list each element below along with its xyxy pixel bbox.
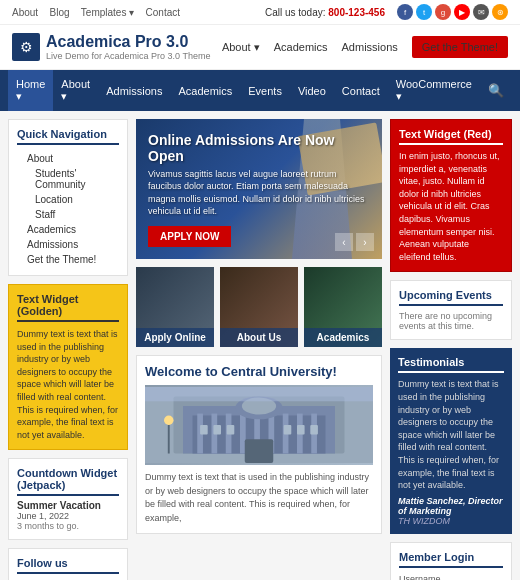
site-tagline: Live Demo for Academica Pro 3.0 Theme	[46, 51, 210, 61]
countdown-widget: Countdown Widget (Jetpack) Summer Vacati…	[8, 458, 128, 540]
testimonials-author-name: Mattie Sanchez, Director of Marketing	[398, 496, 503, 516]
red-widget-title: Text Widget (Red)	[399, 128, 503, 145]
apply-now-button[interactable]: APPLY NOW	[148, 226, 231, 247]
hero-title: Online Admissions Are Now Open	[148, 132, 370, 164]
nav-item-admissions[interactable]: Admissions	[17, 237, 119, 252]
follow-widget: Follow us Follow us on social media and …	[8, 548, 128, 580]
facebook-icon[interactable]: f	[397, 4, 413, 20]
grid-item-apply-label: Apply Online	[136, 328, 214, 347]
header-academics[interactable]: Academics	[274, 41, 328, 53]
quick-nav-widget: Quick Navigation About Students' Communi…	[8, 119, 128, 276]
get-theme-button[interactable]: Get the Theme!	[412, 36, 508, 58]
member-login-widget: Member Login Username Password Remember …	[390, 542, 512, 580]
grid-item-apply[interactable]: Apply Online	[136, 267, 214, 347]
grid-item-academics-label: Academics	[304, 328, 382, 347]
sidebar-left: Quick Navigation About Students' Communi…	[8, 119, 128, 580]
nav-item-location[interactable]: Location	[17, 192, 119, 207]
testimonials-title: Testimonials	[398, 356, 504, 373]
call-label: Call us today: 800-123-456	[265, 7, 385, 18]
search-icon[interactable]: 🔍	[480, 75, 512, 106]
nav-contact[interactable]: Contact	[334, 77, 388, 105]
member-login-title: Member Login	[399, 551, 503, 568]
nav-woocommerce[interactable]: WooCommerce ▾	[388, 70, 480, 111]
nav-events[interactable]: Events	[240, 77, 290, 105]
follow-title: Follow us	[17, 557, 119, 574]
nav-admissions[interactable]: Admissions	[98, 77, 170, 105]
rss-icon[interactable]: ⊛	[492, 4, 508, 20]
sidebar-right: Text Widget (Red) In enim justo, rhoncus…	[390, 119, 512, 580]
main-nav: Home ▾ About ▾ Admissions Academics Even…	[0, 70, 520, 111]
testimonials-widget: Testimonials Dummy text is text that is …	[390, 348, 512, 533]
top-bar-links: About Blog Templates ▾ Contact	[12, 5, 188, 19]
svg-rect-13	[245, 439, 274, 463]
svg-rect-17	[213, 425, 221, 435]
main-content: Online Admissions Are Now Open Vivamus s…	[136, 119, 382, 580]
countdown-date: June 1, 2022	[17, 511, 119, 521]
username-field: Username	[399, 574, 503, 580]
feature-grid: Apply Online About Us Academics	[136, 267, 382, 347]
slider-nav: ‹ ›	[335, 233, 374, 251]
svg-rect-19	[284, 425, 292, 435]
upcoming-events-text: There are no upcoming events at this tim…	[399, 311, 503, 331]
golden-widget-title: Text Widget (Golden)	[17, 293, 119, 322]
email-icon[interactable]: ✉	[473, 4, 489, 20]
site-header: ⚙ Academica Pro 3.0 Live Demo for Academ…	[0, 25, 520, 70]
welcome-image	[145, 385, 373, 465]
logo-icon: ⚙	[12, 33, 40, 61]
svg-rect-23	[168, 425, 170, 454]
svg-rect-24	[145, 387, 373, 401]
nav-item-staff[interactable]: Staff	[17, 207, 119, 222]
topbar-about[interactable]: About	[12, 7, 38, 18]
site-title: Academica Pro 3.0	[46, 33, 210, 51]
red-widget-text: In enim justo, rhoncus ut, imperdiet a, …	[399, 150, 503, 263]
nav-home[interactable]: Home ▾	[8, 70, 53, 111]
hero-slider: Online Admissions Are Now Open Vivamus s…	[136, 119, 382, 259]
building-svg	[145, 385, 373, 465]
testimonials-text: Dummy text is text that is used in the p…	[398, 378, 504, 491]
golden-widget-text: Dummy text is text that is used in the p…	[17, 328, 119, 441]
quick-nav-title: Quick Navigation	[17, 128, 119, 145]
testimonials-company: TH WIZDOM	[398, 516, 450, 526]
upcoming-events-widget: Upcoming Events There are no upcoming ev…	[390, 280, 512, 340]
countdown-event: Summer Vacation	[17, 500, 119, 511]
top-bar: About Blog Templates ▾ Contact Call us t…	[0, 0, 520, 25]
slider-next-button[interactable]: ›	[356, 233, 374, 251]
countdown-title: Countdown Widget (Jetpack)	[17, 467, 119, 496]
content-wrap: Quick Navigation About Students' Communi…	[0, 111, 520, 580]
testimonials-author: Mattie Sanchez, Director of Marketing TH…	[398, 496, 504, 526]
svg-rect-16	[200, 425, 208, 435]
nav-academics[interactable]: Academics	[170, 77, 240, 105]
username-label: Username	[399, 574, 503, 580]
top-bar-right: Call us today: 800-123-456 f t g ▶ ✉ ⊛	[265, 4, 508, 20]
nav-item-academics[interactable]: Academics	[17, 222, 119, 237]
hero-text: Vivamus sagittis lacus vel augue laoreet…	[148, 168, 370, 218]
grid-item-about[interactable]: About Us	[220, 267, 298, 347]
svg-rect-20	[297, 425, 305, 435]
text-widget-red: Text Widget (Red) In enim justo, rhoncus…	[390, 119, 512, 272]
topbar-templates[interactable]: Templates ▾	[81, 7, 134, 18]
countdown-months: 3 months to go.	[17, 521, 119, 531]
header-about[interactable]: About ▾	[222, 41, 260, 54]
welcome-section: Welcome to Central University!	[136, 355, 382, 534]
quick-nav-list: About Students' Community Location Staff…	[17, 151, 119, 267]
slider-prev-button[interactable]: ‹	[335, 233, 353, 251]
nav-item-about[interactable]: About	[17, 151, 119, 166]
grid-item-about-label: About Us	[220, 328, 298, 347]
nav-video[interactable]: Video	[290, 77, 334, 105]
upcoming-events-title: Upcoming Events	[399, 289, 503, 306]
social-icons: f t g ▶ ✉ ⊛	[397, 4, 508, 20]
nav-item-students[interactable]: Students' Community	[17, 166, 119, 192]
svg-rect-18	[227, 425, 235, 435]
phone-number: 800-123-456	[328, 7, 385, 18]
youtube-icon[interactable]: ▶	[454, 4, 470, 20]
nav-about[interactable]: About ▾	[53, 70, 98, 111]
site-logo: ⚙ Academica Pro 3.0 Live Demo for Academ…	[12, 33, 210, 61]
welcome-title: Welcome to Central University!	[145, 364, 373, 379]
twitter-icon[interactable]: t	[416, 4, 432, 20]
nav-item-get-theme[interactable]: Get the Theme!	[17, 252, 119, 267]
topbar-blog[interactable]: Blog	[49, 7, 69, 18]
topbar-contact[interactable]: Contact	[146, 7, 180, 18]
grid-item-academics[interactable]: Academics	[304, 267, 382, 347]
header-admissions[interactable]: Admissions	[342, 41, 398, 53]
googleplus-icon[interactable]: g	[435, 4, 451, 20]
